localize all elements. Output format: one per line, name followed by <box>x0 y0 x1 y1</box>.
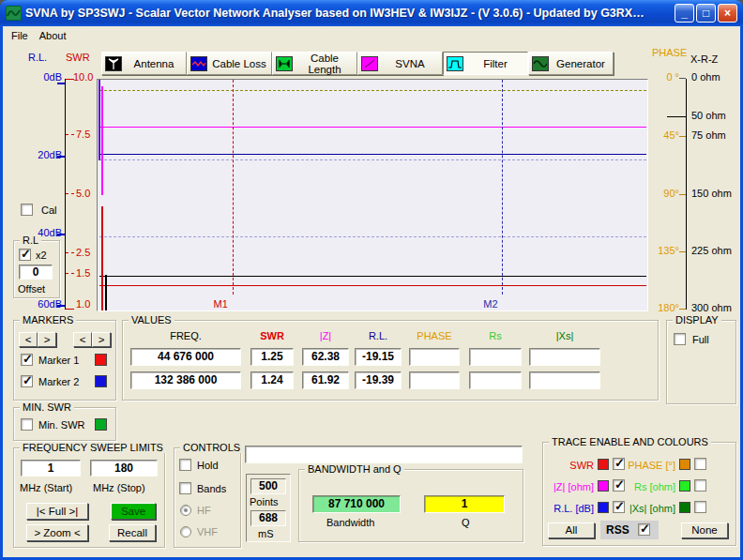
marker2-checkbox[interactable] <box>21 375 33 387</box>
rss-checkbox[interactable] <box>638 523 650 536</box>
min-swr-checkbox[interactable] <box>21 418 33 431</box>
rl-tick-label: 0dB <box>38 71 62 83</box>
x-trace <box>99 276 646 277</box>
toolbar-button-cable-loss[interactable]: Cable Loss <box>187 52 272 75</box>
app-icon <box>6 6 22 21</box>
trace-edge-spike <box>101 206 103 310</box>
trace-rs-checkbox[interactable] <box>694 479 706 492</box>
vhf-label: VHF <box>197 526 218 537</box>
toolbar-button-generator[interactable]: Generator <box>528 52 614 75</box>
phase-tick-label: 0 ° <box>655 71 679 83</box>
command-input[interactable] <box>245 446 523 463</box>
toolbar-button-filter[interactable]: Filter <box>443 52 528 75</box>
maximize-button[interactable]: □ <box>696 4 716 23</box>
marker1-next-button[interactable]: > <box>38 332 56 347</box>
window-title: SVNA by SP3SWJ - Scalar Vector Network A… <box>25 7 673 20</box>
vhf-radio[interactable] <box>180 526 191 537</box>
save-button[interactable]: Save <box>111 503 156 520</box>
freq-stop-input[interactable]: 180 <box>90 460 158 477</box>
marker2-prev-button[interactable]: < <box>73 332 92 347</box>
menu-file[interactable]: File <box>6 28 34 43</box>
ohm-tick-label: 0 ohm <box>691 71 720 83</box>
toolbar-label: Antenna <box>122 58 186 69</box>
trace-all-button[interactable]: All <box>548 522 595 538</box>
value-swr-2: 1.24 <box>250 371 294 389</box>
marker1-checkbox[interactable] <box>21 354 33 366</box>
close-button[interactable]: × <box>718 4 737 23</box>
swr-trace <box>99 285 646 286</box>
values-header-rs: Rs <box>458 330 533 341</box>
trace-rl-swatch <box>598 502 609 513</box>
ohm-tick-label: 50 ohm <box>691 110 726 121</box>
rss-label: RSS <box>606 523 629 537</box>
menu-about[interactable]: About <box>34 28 72 43</box>
trace-xs-checkbox[interactable] <box>694 501 706 513</box>
antenna-icon <box>105 56 122 71</box>
hf-radio[interactable] <box>180 505 191 516</box>
min-swr-label: Min. SWR <box>38 419 85 431</box>
x2-checkbox[interactable] <box>19 249 31 261</box>
toolbar-label: Generator <box>549 58 613 69</box>
marker1-prev-button[interactable]: < <box>19 332 38 347</box>
swr-tick <box>66 193 74 194</box>
bandwidth-label: Bandwidth <box>326 517 374 528</box>
trace-phase-checkbox[interactable] <box>694 458 706 470</box>
recall-button[interactable]: Recall <box>109 524 156 541</box>
swr-tick-label: 5.0 <box>76 188 90 199</box>
freq-sweep-group-title: FREQUENCY SWEEP LIMITS <box>20 442 166 453</box>
marker-line-m2[interactable] <box>502 80 503 295</box>
freq-start-input[interactable]: 1 <box>21 460 81 477</box>
title-bar[interactable]: SVNA by SP3SWJ - Scalar Vector Network A… <box>0 0 743 26</box>
grid-40db <box>99 236 646 237</box>
phase-tick <box>679 136 686 137</box>
marker1-label: Marker 1 <box>38 355 79 366</box>
cal-label: Cal <box>41 204 57 216</box>
offset-input[interactable]: 0 <box>19 265 53 280</box>
full-sweep-button[interactable]: |< Full >| <box>26 503 88 520</box>
value-freq-1: 44 676 000 <box>130 348 241 366</box>
trace-swr-checkbox[interactable] <box>613 458 625 470</box>
trace-phase-label: PHASE [°] <box>627 460 675 471</box>
rl-tick <box>57 156 65 158</box>
swr-tick-label: 10.0 <box>73 71 93 83</box>
ohm-tick-label: 300 ohm <box>691 302 732 313</box>
ohm-tick <box>667 116 686 117</box>
q-label: Q <box>462 517 470 528</box>
toolbar-button-cable-length[interactable]: Cable Length <box>272 52 357 75</box>
toolbar-label: Filter <box>463 58 527 69</box>
points-label: Points <box>250 496 279 507</box>
cal-checkbox[interactable] <box>21 204 33 216</box>
rl-tick-label: 60dB <box>31 298 62 310</box>
toolbar-button-svna[interactable]: SVNA <box>357 52 443 75</box>
marker2-next-button[interactable]: > <box>92 332 111 347</box>
zoom-button[interactable]: > Zoom < <box>26 524 88 541</box>
trace-z-checkbox[interactable] <box>613 479 625 492</box>
rl-trace <box>99 154 646 155</box>
trace-rl-label: R.L. [dB] <box>542 503 594 514</box>
swr-tick-label: 7.5 <box>76 129 90 140</box>
marker-line-m1[interactable] <box>233 80 234 295</box>
swr-tick-label: 1.0 <box>76 298 90 310</box>
phase-tick <box>679 78 686 79</box>
bands-checkbox[interactable] <box>179 482 191 494</box>
trace-xs-swatch <box>679 502 690 513</box>
trace-xs-label: |Xs| [ohm] <box>621 503 675 514</box>
minimize-button[interactable]: _ <box>675 4 694 23</box>
menu-bar: File About <box>6 28 71 43</box>
rl-tick-label: 20dB <box>31 149 62 160</box>
x2-label: x2 <box>36 250 47 261</box>
min-swr-color-swatch <box>95 418 107 431</box>
bands-label: Bands <box>197 483 226 494</box>
values-header-freq: FREQ. <box>148 330 223 341</box>
hold-checkbox[interactable] <box>179 459 191 471</box>
value-rs-1 <box>469 348 522 366</box>
display-group-title: DISPLAY <box>673 314 721 325</box>
chart-plot[interactable]: M1M2 <box>97 79 648 311</box>
value-freq-2: 132 386 000 <box>130 371 241 389</box>
swr-tick <box>66 273 74 274</box>
swr-tick <box>66 309 74 310</box>
sine-wave-icon <box>532 56 549 71</box>
toolbar-button-antenna[interactable]: Antenna <box>101 52 187 75</box>
display-full-checkbox[interactable] <box>674 333 686 345</box>
trace-none-button[interactable]: None <box>681 522 728 538</box>
